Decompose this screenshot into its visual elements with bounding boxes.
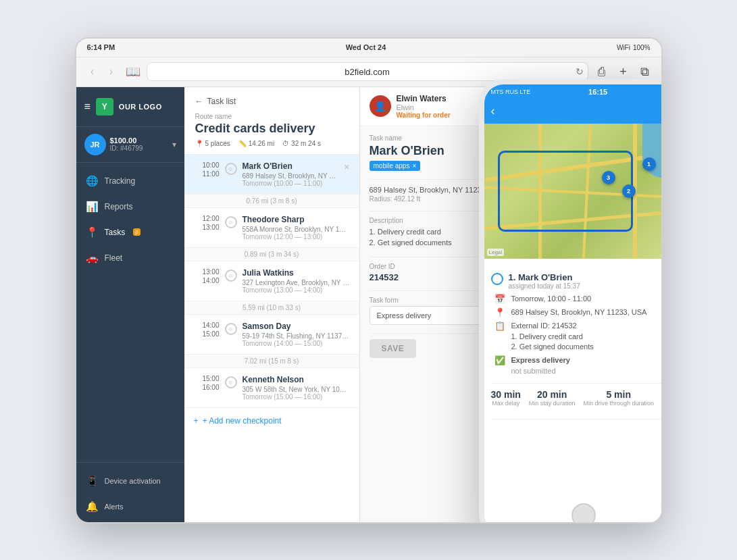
map-pin-3: 3	[602, 171, 615, 184]
route-name: Credit cards delivery	[195, 122, 349, 136]
phone-min-drive: 5 min Min drive through duration	[583, 389, 654, 407]
map-pin-1: 1	[642, 157, 656, 171]
task-address-1: 689 Halsey St, Brooklyn, NY 11233, USA	[243, 172, 339, 180]
add-checkpoint-label: + Add new checkpoint	[203, 416, 282, 426]
task-item-1[interactable]: 10:00 11:00 ○ Mark O'Brien 689 Halsey St…	[184, 155, 359, 195]
task-item-5[interactable]: 15:00 16:00 ○ Kenneth Nelson 305 W 58th …	[184, 368, 359, 408]
map-background: 1 2 3 Legal	[484, 124, 663, 259]
phone-back-button[interactable]: ‹	[491, 104, 495, 118]
map-legal: Legal	[487, 249, 505, 256]
task-end-5: 16:00	[202, 384, 219, 391]
phone-desc-icon: 📋	[494, 321, 506, 331]
phone-task-assigned: assigned today at 15:37	[509, 282, 580, 290]
pin-icon: 📍	[195, 140, 203, 147]
task-end-4: 15:00	[202, 330, 219, 338]
phone-device: MTS RUS LTE 16:15 9 % ‹ 1 2 3 Legal	[479, 79, 663, 524]
mobile-apps-tag: mobile apps ×	[370, 161, 421, 171]
phone-status-bar: MTS RUS LTE 16:15 9 %	[484, 84, 663, 99]
task-schedule-2: Tomorrow (12:00 — 13:00)	[243, 233, 350, 240]
route-meta: 📍 5 places 📏 14.26 mi ⏱ 32 m 24 s	[195, 140, 349, 147]
distance-text-1: 0.76 mi (3 m 8 s)	[246, 197, 297, 205]
sidebar-logo: ≡ Y OUR LOGO	[76, 87, 184, 127]
user-chevron-icon[interactable]: ▾	[172, 140, 176, 149]
distance-text-3: 5.59 mi (10 m 33 s)	[243, 304, 301, 311]
sidebar-item-alerts[interactable]: 🔔 Alerts	[76, 494, 184, 519]
sidebar-item-tracking[interactable]: 🌐 Tracking	[76, 168, 184, 194]
back-button[interactable]: ‹	[84, 63, 101, 80]
task-schedule-1: Tomorrow (10:00 — 11:00)	[243, 180, 339, 187]
phone-time: 16:15	[588, 88, 607, 96]
share-button[interactable]: ⎙	[594, 63, 610, 80]
refresh-button[interactable]: ↻	[576, 66, 584, 77]
sidebar-item-device-activation[interactable]: 📱 Device activation	[76, 468, 184, 494]
status-right: WiFi 100%	[617, 44, 651, 51]
task-details-1: Mark O'Brien 689 Halsey St, Brooklyn, NY…	[243, 161, 339, 187]
user-details: $100.00 ID: #46799	[110, 136, 168, 152]
task-item-3[interactable]: 13:00 14:00 ○ Julia Watkins 327 Lexingto…	[184, 261, 359, 301]
map-pin-2: 2	[622, 184, 636, 198]
sidebar-item-tasks[interactable]: 📍 Tasks β	[76, 220, 184, 245]
task-icon-1: ○	[225, 163, 237, 175]
form-select[interactable]: Express delivery	[370, 306, 492, 325]
task-details-2: Theodore Sharp 558A Monroe St, Brooklyn,…	[243, 215, 350, 240]
new-tab-button[interactable]: +	[615, 63, 632, 80]
phone-home-button[interactable]	[571, 503, 596, 524]
task-item-2[interactable]: 12:00 13:00 ○ Theodore Sharp 558A Monroe…	[184, 208, 359, 248]
phone-map: 1 2 3 Legal	[484, 124, 663, 259]
alerts-icon: 🔔	[86, 501, 98, 513]
assignee-avatar: 👤	[370, 95, 391, 117]
route-line	[498, 151, 633, 232]
close-task-1[interactable]: ×	[344, 161, 349, 187]
sidebar-item-label: Fleet	[105, 253, 123, 263]
hamburger-icon[interactable]: ≡	[84, 101, 91, 113]
clock-icon: ⏱	[282, 140, 289, 147]
forward-button[interactable]: ›	[103, 63, 120, 80]
assignee-info: Elwin Waters Elwin Waiting for order	[397, 94, 451, 119]
bookmark-button[interactable]: 📖	[125, 63, 141, 80]
address-bar[interactable]: b2field.com ↻	[147, 62, 588, 81]
phone-location-icon: 📍	[494, 307, 506, 317]
task-item-4[interactable]: 14:00 15:00 ○ Samson Day 59-19 74th St, …	[184, 315, 359, 355]
browser-actions: ⎙ + ⧉	[594, 63, 653, 80]
task-icon-2: ○	[225, 216, 237, 228]
back-link[interactable]: ← Task list	[195, 97, 349, 106]
phone-form-row: ✅ Express delivery not submitted	[491, 355, 663, 376]
sidebar-item-label: Reports	[105, 202, 133, 211]
task-address-3: 327 Lexington Ave, Brooklyn, NY 1121...	[243, 279, 350, 286]
user-info[interactable]: JR $100.00 ID: #46799 ▾	[76, 127, 184, 163]
phone-address-text: 689 Halsey St, Brooklyn, NY 11233, USA	[511, 307, 647, 317]
task-end-1: 11:00	[202, 170, 219, 178]
logo-badge: Y	[96, 98, 113, 116]
route-label: Route name	[195, 113, 349, 120]
logo-text: OUR LOGO	[119, 103, 162, 111]
tablet-status-bar: 6:14 PM Wed Oct 24 WiFi 100%	[76, 39, 661, 57]
task-name-1: Mark O'Brien	[243, 161, 339, 171]
distance-text-2: 0.89 mi (3 m 34 s)	[245, 251, 299, 258]
phone-content: 1. Mark O'Brien assigned today at 15:37 …	[484, 259, 663, 524]
sidebar-item-reports[interactable]: 📊 Reports	[76, 194, 184, 220]
distance-badge-3: 5.59 mi (10 m 33 s)	[184, 301, 359, 315]
add-checkpoint-button[interactable]: + + Add new checkpoint	[184, 408, 359, 434]
plus-icon: +	[194, 416, 199, 426]
tasks-icon: 📍	[86, 226, 98, 238]
distance-info: 📏 14.26 mi	[238, 140, 274, 147]
assignee-name: Elwin Waters	[397, 94, 451, 103]
save-button[interactable]: SAVE	[370, 339, 417, 358]
phone-task-info: 1. Mark O'Brien assigned today at 15:37	[509, 272, 580, 290]
sidebar-item-fleet[interactable]: 🚗 Fleet	[76, 245, 184, 271]
status-time: 6:14 PM	[87, 43, 116, 51]
places-info: 📍 5 places	[195, 140, 230, 147]
distance-badge-1: 0.76 mi (3 m 8 s)	[184, 195, 359, 208]
url-text: b2field.com	[345, 67, 389, 77]
task-icon-3: ○	[225, 270, 237, 282]
battery-icon: 100%	[633, 44, 651, 51]
task-times-1: 10:00 11:00	[194, 161, 220, 187]
task-end-2: 13:00	[202, 224, 219, 231]
wifi-icon: WiFi	[617, 44, 630, 51]
tabs-button[interactable]: ⧉	[637, 63, 653, 80]
phone-time-row: 30 min Max delay 20 min Min stay duratio…	[491, 383, 663, 412]
phone-calendar-icon: 📅	[494, 294, 506, 304]
tag-close-button[interactable]: ×	[412, 162, 416, 170]
task-start-2: 12:00	[202, 215, 219, 222]
sidebar-item-label: Tasks	[105, 228, 126, 237]
